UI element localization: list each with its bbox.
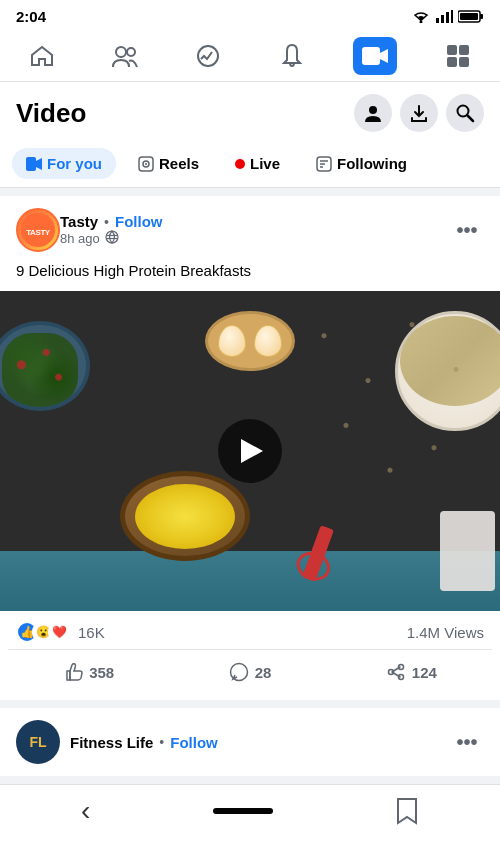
svg-point-16 xyxy=(369,106,377,114)
tab-live[interactable]: Live xyxy=(221,148,294,179)
post-author-name-2: Fitness Life xyxy=(70,734,153,751)
tab-following[interactable]: Following xyxy=(302,148,421,179)
reaction-count: 16K xyxy=(78,624,105,641)
grain-texture xyxy=(280,291,500,515)
svg-point-8 xyxy=(116,47,126,57)
status-icons xyxy=(412,10,484,23)
nav-item-friends[interactable] xyxy=(103,37,147,75)
red-bits xyxy=(9,340,71,402)
tab-reels[interactable]: Reels xyxy=(124,148,213,179)
nav-bar xyxy=(0,29,500,82)
comment-count: 28 xyxy=(255,664,272,681)
svg-rect-13 xyxy=(459,45,469,55)
post-preview-meta-2: Fitness Life • Follow xyxy=(70,734,440,751)
video-thumbnail-1[interactable] xyxy=(0,291,500,611)
svg-point-22 xyxy=(145,163,147,165)
svg-point-32 xyxy=(388,670,393,675)
bookmark-icon[interactable] xyxy=(395,797,419,825)
views-count: 1.4M Views xyxy=(407,624,484,641)
nav-item-notifications[interactable] xyxy=(270,37,314,75)
post-follow-btn-1[interactable]: Follow xyxy=(115,213,163,230)
tab-following-label: Following xyxy=(337,155,407,172)
search-button[interactable] xyxy=(446,94,484,132)
back-button[interactable]: ‹ xyxy=(81,795,90,827)
battery-icon xyxy=(458,10,484,23)
preview-author-row-2: Fitness Life • Follow xyxy=(70,734,440,751)
page-title: Video xyxy=(16,98,86,129)
share-count: 124 xyxy=(412,664,437,681)
dot-separator-1: • xyxy=(104,214,109,230)
page-header: Video xyxy=(0,82,500,140)
play-button[interactable] xyxy=(218,419,282,483)
comment-button[interactable]: 28 xyxy=(169,654,330,690)
home-indicator-pill xyxy=(213,808,273,814)
tab-reels-icon xyxy=(138,156,154,172)
profile-button[interactable] xyxy=(354,94,392,132)
download-button[interactable] xyxy=(400,94,438,132)
tab-video-icon xyxy=(26,156,42,172)
svg-rect-3 xyxy=(446,12,449,23)
post-caption-1: 9 Delicious High Protein Breakfasts xyxy=(0,260,500,291)
post-follow-btn-2[interactable]: Follow xyxy=(170,734,218,751)
batter-inside xyxy=(135,484,235,549)
greens-bowl xyxy=(0,321,90,411)
post-card-2: FL Fitness Life • Follow ••• xyxy=(0,708,500,776)
live-dot-icon xyxy=(235,159,245,169)
nav-item-menu[interactable] xyxy=(436,37,480,75)
egg-1 xyxy=(218,325,246,357)
tasty-logo: TASTY xyxy=(20,212,56,248)
post-privacy-1 xyxy=(105,230,119,247)
comment-icon xyxy=(229,662,249,682)
bottom-nav: ‹ xyxy=(0,784,500,843)
reactions-left: 👍 😮 ❤️ 16K xyxy=(16,621,105,643)
nav-item-messenger[interactable] xyxy=(186,37,230,75)
post-more-btn-1[interactable]: ••• xyxy=(450,213,484,247)
tab-for-you[interactable]: For you xyxy=(12,148,116,179)
download-icon xyxy=(409,103,429,123)
nav-item-home[interactable] xyxy=(20,37,64,75)
post-header-1: TASTY Tasty • Follow 8h ago xyxy=(0,196,500,260)
friends-icon xyxy=(111,43,139,69)
home-icon xyxy=(29,43,55,69)
svg-rect-7 xyxy=(460,13,478,20)
post-more-btn-2[interactable]: ••• xyxy=(450,725,484,759)
svg-rect-2 xyxy=(441,15,444,23)
svg-point-26 xyxy=(106,231,118,243)
dot-separator-2: • xyxy=(159,734,164,750)
action-bar-1: 358 28 124 xyxy=(8,649,492,700)
post-time-1: 8h ago xyxy=(60,231,100,246)
svg-rect-1 xyxy=(436,18,439,23)
svg-rect-4 xyxy=(451,10,453,23)
svg-point-0 xyxy=(420,21,423,24)
svg-rect-11 xyxy=(362,47,380,65)
status-time: 2:04 xyxy=(16,8,46,25)
share-icon xyxy=(386,662,406,682)
fl-initials: FL xyxy=(29,734,46,750)
napkin xyxy=(440,511,495,591)
like-button[interactable]: 358 xyxy=(8,654,169,690)
play-triangle-icon xyxy=(241,439,263,463)
post-author-name-1: Tasty xyxy=(60,213,98,230)
reactions-bar-1: 👍 😮 ❤️ 16K 1.4M Views xyxy=(0,611,500,649)
tab-reels-label: Reels xyxy=(159,155,199,172)
share-button[interactable]: 124 xyxy=(331,654,492,690)
reaction-emojis: 👍 😮 ❤️ xyxy=(16,621,70,643)
table-cloth xyxy=(0,551,500,611)
fitness-life-avatar: FL xyxy=(16,720,60,764)
nav-item-video[interactable] xyxy=(353,37,397,75)
status-bar: 2:04 xyxy=(0,0,500,29)
egg-2 xyxy=(254,325,282,357)
svg-point-9 xyxy=(127,48,135,56)
tab-following-icon xyxy=(316,156,332,172)
tasty-avatar: TASTY xyxy=(16,208,60,252)
phone-frame: 2:04 xyxy=(0,0,500,843)
like-count: 358 xyxy=(89,664,114,681)
svg-line-18 xyxy=(468,116,474,122)
svg-point-30 xyxy=(398,665,403,670)
post-author-row-1: Tasty • Follow xyxy=(60,213,450,230)
svg-rect-14 xyxy=(447,57,457,67)
header-actions xyxy=(354,94,484,132)
tab-for-you-label: For you xyxy=(47,155,102,172)
feed: TASTY Tasty • Follow 8h ago xyxy=(0,188,500,792)
batter-bowl-area xyxy=(120,471,250,571)
